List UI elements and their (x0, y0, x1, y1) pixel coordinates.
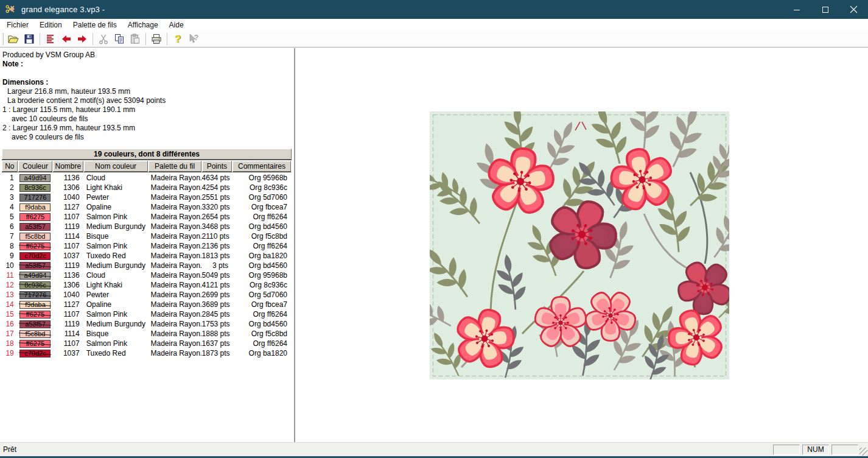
color-swatch: 8c936c (19, 281, 51, 289)
thread-number: 1306 (53, 280, 83, 290)
color-swatch: 717276 (19, 194, 51, 202)
thread-number: 1037 (53, 348, 83, 358)
row-number: 18 (2, 339, 18, 348)
help-button[interactable]: ? ? (170, 32, 186, 46)
color-name: Light Khaki (84, 280, 148, 290)
stitch-count: 3468 pts (202, 222, 233, 231)
color-row[interactable]: 6a53f571119Medium BurgundyMadeira Rayon.… (2, 222, 292, 231)
column-header-no[interactable]: No (2, 161, 18, 172)
minimize-button[interactable] (782, 0, 811, 19)
color-row[interactable]: 1a49d941136CloudMadeira Rayon...4634 pts… (2, 173, 292, 183)
stitch-count: 4121 pts (202, 280, 233, 290)
thread-number: 1107 (53, 241, 83, 251)
row-number: 15 (2, 309, 18, 319)
color-cell: c70d2c (18, 348, 52, 358)
open-button[interactable] (5, 32, 21, 46)
color-row[interactable]: 128c936c1306Light KhakiMadeira Rayon...4… (2, 280, 292, 290)
toolbar-grip[interactable] (2, 33, 4, 45)
column-header-commentaires[interactable]: Commentaires (233, 161, 291, 172)
thread-palette: Madeira Rayon... (148, 270, 201, 280)
column-header-palette-du-fil[interactable]: Palette du fil (149, 161, 201, 172)
comment: Org fbcea7 (233, 300, 291, 309)
title-bar[interactable]: grand elegance 3.vp3 - (0, 0, 868, 19)
thread-palette: Madeira Rayon... (148, 231, 201, 241)
comment: Org ff6264 (233, 339, 291, 348)
thread-palette: Madeira Rayon... (148, 202, 201, 212)
color-swatch: f5c8bd (19, 233, 51, 241)
thread-number: 1040 (53, 192, 83, 202)
color-name: Salmon Pink (84, 309, 148, 319)
menu-edition[interactable]: Edition (34, 19, 68, 31)
menu-aide[interactable]: Aide (164, 19, 189, 31)
color-name: Bisque (84, 329, 148, 339)
color-swatch: ff6275 (19, 311, 51, 319)
window-controls (782, 0, 868, 19)
color-cell: a49d94 (18, 270, 52, 280)
save-icon (23, 33, 35, 45)
svg-text:?: ? (175, 33, 181, 45)
color-name: Tuxedo Red (84, 251, 148, 261)
color-row[interactable]: 14f9daba1127OpalineMadeira Rayon...3689 … (2, 300, 292, 309)
thread-palette: Madeira Rayon... (148, 309, 201, 319)
open-folder-icon (7, 33, 19, 45)
next-color-button[interactable] (74, 32, 90, 46)
arrow-right-icon (76, 33, 88, 45)
thread-number: 1119 (53, 222, 83, 231)
color-row[interactable]: 19c70d2c1037Tuxedo RedMadeira Rayon...18… (2, 348, 292, 358)
row-number: 9 (2, 251, 18, 261)
column-header-nombre[interactable]: Nombre (53, 161, 83, 172)
close-icon (850, 5, 858, 13)
thread-palette: Madeira Rayon... (148, 183, 201, 192)
menu-affichage[interactable]: Affichage (122, 19, 164, 31)
stitch-count: 3689 pts (202, 300, 233, 309)
color-row[interactable]: 7f5c8bd1114BisqueMadeira Rayon...2110 pt… (2, 231, 292, 241)
color-name: Cloud (84, 173, 148, 183)
color-row[interactable]: 18ff62751107Salmon PinkMadeira Rayon...1… (2, 339, 292, 348)
copy-icon (113, 33, 125, 45)
color-row[interactable]: 11a49d941136CloudMadeira Rayon...5049 pt… (2, 270, 292, 280)
color-row[interactable]: 137172761040PewterMadeira Rayon...2699 p… (2, 290, 292, 300)
color-swatch: f9daba (19, 301, 51, 309)
color-row[interactable]: 5ff62751107Salmon PinkMadeira Rayon...26… (2, 212, 292, 222)
color-row[interactable]: 15ff62751107Salmon PinkMadeira Rayon...2… (2, 309, 292, 319)
copy-button[interactable] (111, 32, 127, 46)
print-button[interactable] (149, 32, 164, 46)
close-button[interactable] (839, 0, 868, 19)
color-row[interactable]: 9c70d2c1037Tuxedo RedMadeira Rayon...181… (2, 251, 292, 261)
thread-palette: Madeira Rayon... (148, 173, 201, 183)
color-row[interactable]: 17f5c8bd1114BisqueMadeira Rayon...1888 p… (2, 329, 292, 339)
previous-color-button[interactable] (58, 32, 74, 46)
menu-fichier[interactable]: Fichier (0, 19, 34, 31)
color-row[interactable]: 28c936c1306Light KhakiMadeira Rayon...42… (2, 183, 292, 192)
column-header-nom-couleur[interactable]: Nom couleur (84, 161, 148, 172)
color-cell: f9daba (18, 300, 52, 309)
info-line: Produced by VSM Group AB (2, 51, 290, 60)
comment: Org 8c936c (233, 280, 291, 290)
color-name: Medium Burgundy (84, 319, 148, 329)
paste-button (127, 32, 143, 46)
thread-palette: Madeira Rayon... (148, 339, 201, 348)
stitch-list-button[interactable] (43, 32, 58, 46)
row-number: 17 (2, 329, 18, 339)
save-button[interactable] (21, 32, 37, 46)
color-row[interactable]: 4f9daba1127OpalineMadeira Rayon...3320 p… (2, 202, 292, 212)
row-number: 8 (2, 241, 18, 251)
color-row[interactable]: 10a53f571119Medium BurgundyMadeira Rayon… (2, 261, 292, 270)
maximize-button[interactable] (811, 0, 839, 19)
column-header-couleur[interactable]: Couleur (18, 161, 52, 172)
color-row[interactable]: 16a53f571119Medium BurgundyMadeira Rayon… (2, 319, 292, 329)
column-header-points[interactable]: Points (202, 161, 232, 172)
context-help-button: ? (186, 32, 201, 46)
color-name: Cloud (84, 270, 148, 280)
row-number: 10 (2, 261, 18, 270)
thread-number: 1119 (53, 261, 83, 270)
color-name: Medium Burgundy (84, 261, 148, 270)
color-row[interactable]: 37172761040PewterMadeira Rayon...2551 pt… (2, 192, 292, 202)
color-row[interactable]: 8ff62751107Salmon PinkMadeira Rayon...21… (2, 241, 292, 251)
menu-palette-de-fils[interactable]: Palette de fils (68, 19, 122, 31)
color-cell: 717276 (18, 192, 52, 202)
resize-grip[interactable] (859, 448, 867, 456)
color-name: Bisque (84, 231, 148, 241)
comment: Org ff6264 (233, 309, 291, 319)
row-number: 11 (2, 270, 18, 280)
